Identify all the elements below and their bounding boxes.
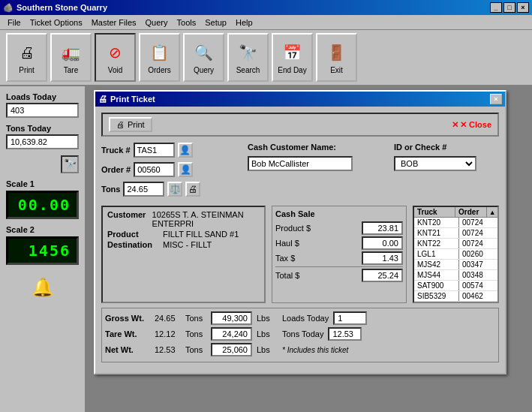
order-cell: 00724 [459, 239, 493, 248]
product-info-row: Product FILLT FILL SAND #1 [107, 230, 260, 239]
truck-list-item[interactable]: SIB532900462 [414, 291, 497, 302]
truck-list-item[interactable]: LGL100260 [414, 249, 497, 260]
menu-query[interactable]: Query [141, 17, 173, 29]
truck-list-item[interactable]: SAT90000574 [414, 281, 497, 291]
gross-lbs-input[interactable] [211, 311, 252, 325]
id-check-label: ID or Check # [394, 143, 446, 152]
scale-icon[interactable]: ⚖️ [167, 182, 182, 197]
void-button[interactable]: ⊘ Void [95, 33, 136, 82]
menu-tools[interactable]: Tools [173, 17, 201, 29]
tax-input[interactable] [362, 251, 403, 265]
customer-value: 10265S T. A. STEINMAN ENTERPRI [152, 210, 260, 228]
menu-ticket-options[interactable]: Ticket Options [26, 17, 87, 29]
order-input[interactable] [134, 162, 175, 177]
loads-today-wt-input[interactable] [333, 311, 367, 325]
customer-label: Customer [107, 210, 149, 228]
print-small-icon[interactable]: 🖨 [185, 182, 200, 197]
orders-button[interactable]: 📋 Orders [139, 33, 180, 82]
dialog-body: 🖨 Print ✕ ✕ Close Truck # [95, 107, 505, 373]
dialog-title-text: Print Ticket [110, 95, 155, 104]
void-icon: ⊘ [104, 41, 128, 65]
binoculars-icon[interactable]: 🔭 [61, 155, 79, 173]
gross-tons-value: 24.65 [155, 314, 181, 323]
app-icon: 🪨 [3, 3, 14, 13]
dialog-print-btn[interactable]: 🖨 Print [109, 117, 152, 132]
order-label: Order # [101, 165, 131, 174]
truck-cell: LGL1 [414, 249, 459, 259]
minimize-btn[interactable]: _ [490, 2, 502, 13]
order-cell: 00348 [459, 270, 493, 280]
tons-today-wt-label: Tons Today [282, 329, 323, 338]
endday-button[interactable]: 📅 End Day [272, 33, 313, 82]
tons-today-label: Tons Today [6, 124, 79, 133]
sidebar: Loads Today 403 Tons Today 10,639.82 🔭 S… [0, 86, 86, 412]
product-cost-label: Product $ [275, 224, 311, 233]
tare-lbs-unit: Lbs [257, 329, 272, 338]
truck-list-item[interactable]: KNT2000724 [414, 218, 497, 228]
tare-lbs-input[interactable] [211, 327, 252, 341]
maximize-btn[interactable]: □ [503, 2, 515, 13]
scroll-up-btn[interactable]: ▲ [486, 207, 497, 217]
net-tons-value: 12.53 [155, 345, 181, 354]
menu-setup[interactable]: Setup [200, 17, 231, 29]
print-ticket-dialog: 🖨 Print Ticket × 🖨 Print ✕ ✕ Close [94, 90, 506, 374]
order-row: Order # 👤 [101, 162, 242, 177]
window-close-btn[interactable]: × [517, 2, 529, 13]
truck-list-item[interactable]: KNT2200724 [414, 239, 497, 249]
order-cell: 00198 [459, 302, 493, 303]
dialog-close-label: ✕ Close [460, 120, 491, 130]
haul-input[interactable] [362, 236, 403, 250]
net-label: Net Wt. [105, 345, 150, 354]
dialog-x-btn[interactable]: × [490, 94, 502, 104]
haul-row: Haul $ [275, 236, 403, 250]
query-button[interactable]: 🔍 Query [183, 33, 224, 82]
gross-lbs-unit: Lbs [257, 314, 272, 323]
printer-icon: 🖨 [116, 120, 125, 129]
tare-tons-value: 12.12 [155, 329, 181, 338]
endday-label: End Day [278, 66, 306, 74]
includes-note: * Includes this ticket [282, 346, 348, 354]
truck-lookup-btn[interactable]: 👤 [178, 143, 193, 158]
gross-label: Gross Wt. [105, 314, 150, 323]
truck-list-item[interactable]: MJS4400348 [414, 270, 497, 281]
destination-value: MISC - FILLT [163, 240, 212, 249]
middle-section: Customer 10265S T. A. STEINMAN ENTERPRI … [101, 206, 499, 303]
main-area: Loads Today 403 Tons Today 10,639.82 🔭 S… [0, 86, 532, 412]
cash-customer-input[interactable] [248, 156, 353, 171]
product-cost-input[interactable] [362, 221, 403, 235]
tare-weight-row: Tare Wt. 12.12 Tons Lbs Tons Today [105, 327, 495, 341]
truck-rows: KNT2000724KNT2100724KNT2200724LGL100260M… [414, 218, 497, 303]
truck-list-item[interactable]: KNT2100724 [414, 228, 497, 239]
total-input[interactable] [362, 269, 403, 282]
cash-customer-row: Cash Customer Name: [248, 143, 388, 152]
order-lookup-btn[interactable]: 👤 [178, 162, 193, 177]
tons-input[interactable] [123, 182, 164, 197]
id-check-select[interactable]: BOB [394, 156, 476, 171]
print-button[interactable]: 🖨 Print [6, 33, 47, 82]
tons-row: Tons ⚖️ 🖨 [101, 182, 242, 197]
scale1-display: 00.00 [6, 191, 79, 219]
tons-today-wt-input[interactable] [328, 327, 362, 341]
search-icon: 🔭 [236, 41, 260, 65]
net-lbs-input[interactable] [211, 343, 252, 356]
net-weight-row: Net Wt. 12.53 Tons Lbs * Includes this t… [105, 343, 495, 356]
truck-cell: MJS42 [414, 260, 459, 269]
menu-master-files[interactable]: Master Files [87, 17, 141, 29]
exit-button[interactable]: 🚪 Exit [316, 33, 357, 82]
toolbar: 🖨 Print 🚛 Tare ⊘ Void 📋 Orders 🔍 Query 🔭… [0, 30, 532, 86]
truck-input[interactable] [134, 143, 175, 158]
dialog-close-link[interactable]: ✕ ✕ Close [452, 120, 491, 130]
truck-cell: SIB6933 [414, 302, 459, 303]
truck-list-item[interactable]: SIB693300198 [414, 302, 497, 303]
menu-file[interactable]: File [3, 17, 26, 29]
scale2-label: Scale 2 [6, 225, 79, 234]
truck-list-item[interactable]: MJS4200347 [414, 260, 497, 270]
product-value: FILLT FILL SAND #1 [163, 230, 239, 239]
search-button[interactable]: 🔭 Search [227, 33, 269, 82]
menu-help[interactable]: Help [231, 17, 257, 29]
truck-label: Truck # [101, 146, 131, 155]
tare-button[interactable]: 🚛 Tare [50, 33, 92, 82]
exit-label: Exit [330, 66, 343, 74]
customer-info-box: Customer 10265S T. A. STEINMAN ENTERPRI … [101, 206, 266, 303]
net-lbs-unit: Lbs [257, 345, 272, 354]
